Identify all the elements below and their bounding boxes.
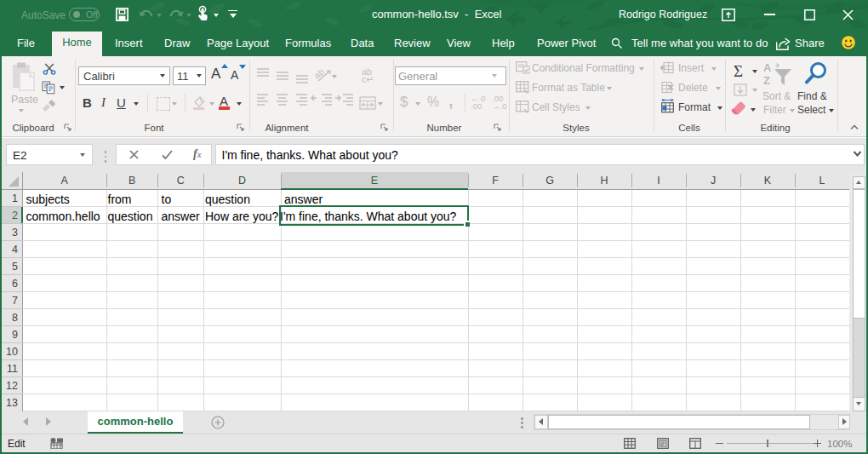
svg-text:ab: ab [311, 66, 326, 81]
svg-text:A: A [763, 61, 772, 74]
svg-text:Z: Z [763, 74, 770, 87]
